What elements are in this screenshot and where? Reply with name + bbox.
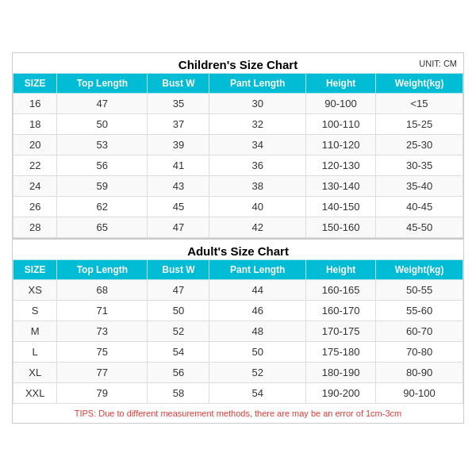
table-cell: 56 — [148, 363, 209, 383]
table-cell: 45-50 — [376, 217, 463, 238]
adult-section-title: Adult's Size Chart — [13, 238, 463, 259]
children-title-text: Children's Size Chart — [178, 58, 298, 71]
table-cell: 65 — [57, 217, 148, 238]
table-cell: 48 — [209, 321, 306, 342]
children-section-title: Children's Size Chart UNIT: CM — [13, 53, 463, 73]
table-cell: 80-90 — [376, 363, 463, 383]
tips-text: TIPS: Due to different measurement metho… — [13, 404, 463, 423]
table-cell: 40 — [209, 197, 306, 217]
table-cell: 79 — [57, 383, 148, 404]
table-cell: 70-80 — [376, 342, 463, 363]
chart-container: Children's Size Chart UNIT: CM SIZE Top … — [12, 52, 464, 424]
table-cell: 36 — [209, 155, 306, 176]
table-cell: 50 — [148, 301, 209, 321]
table-row: 26624540140-15040-45 — [13, 197, 463, 217]
table-cell: 39 — [148, 135, 209, 155]
table-cell: 47 — [148, 280, 209, 301]
table-cell: 52 — [148, 321, 209, 342]
table-cell: 45 — [148, 197, 209, 217]
col-header-bust-w: Bust W — [148, 74, 209, 94]
table-cell: 55-60 — [376, 301, 463, 321]
table-cell: 73 — [57, 321, 148, 342]
adult-table: SIZE Top Length Bust W Pant Length Heigh… — [13, 259, 463, 404]
table-cell: S — [13, 301, 57, 321]
table-cell: 50-55 — [376, 280, 463, 301]
table-cell: 90-100 — [306, 94, 376, 114]
table-cell: 42 — [209, 217, 306, 238]
table-cell: 56 — [57, 155, 148, 176]
table-row: L755450175-18070-80 — [13, 342, 463, 363]
table-cell: 50 — [57, 114, 148, 135]
table-cell: 58 — [148, 383, 209, 404]
table-cell: 100-110 — [306, 114, 376, 135]
table-row: 1647353090-100<15 — [13, 94, 463, 114]
table-cell: 24 — [13, 176, 57, 197]
table-cell: 28 — [13, 217, 57, 238]
table-cell: 53 — [57, 135, 148, 155]
children-table: SIZE Top Length Bust W Pant Length Heigh… — [13, 73, 463, 238]
adult-header-row: SIZE Top Length Bust W Pant Length Heigh… — [13, 260, 463, 280]
table-cell: 35-40 — [376, 176, 463, 197]
table-cell: 16 — [13, 94, 57, 114]
table-cell: 110-120 — [306, 135, 376, 155]
table-cell: 18 — [13, 114, 57, 135]
adult-col-header-weight: Weight(kg) — [376, 260, 463, 280]
table-row: XL775652180-19080-90 — [13, 363, 463, 383]
table-row: S715046160-17055-60 — [13, 301, 463, 321]
adult-col-header-top-length: Top Length — [57, 260, 148, 280]
table-cell: 52 — [209, 363, 306, 383]
table-cell: 40-45 — [376, 197, 463, 217]
adult-col-header-pant-length: Pant Length — [209, 260, 306, 280]
table-cell: 47 — [57, 94, 148, 114]
table-cell: 175-180 — [306, 342, 376, 363]
table-cell: 60-70 — [376, 321, 463, 342]
table-cell: 77 — [57, 363, 148, 383]
table-row: XXL795854190-20090-100 — [13, 383, 463, 404]
col-header-height: Height — [306, 74, 376, 94]
table-cell: 140-150 — [306, 197, 376, 217]
table-cell: 120-130 — [306, 155, 376, 176]
table-cell: 30-35 — [376, 155, 463, 176]
table-cell: 46 — [209, 301, 306, 321]
table-cell: 160-170 — [306, 301, 376, 321]
table-row: 18503732100-11015-25 — [13, 114, 463, 135]
table-cell: XS — [13, 280, 57, 301]
col-header-weight: Weight(kg) — [376, 74, 463, 94]
table-cell: XL — [13, 363, 57, 383]
adult-col-header-size: SIZE — [13, 260, 57, 280]
table-cell: 59 — [57, 176, 148, 197]
unit-label: UNIT: CM — [419, 59, 457, 68]
table-cell: 44 — [209, 280, 306, 301]
table-cell: 75 — [57, 342, 148, 363]
table-cell: 160-165 — [306, 280, 376, 301]
table-cell: 170-175 — [306, 321, 376, 342]
table-row: 28654742150-16045-50 — [13, 217, 463, 238]
table-cell: 38 — [209, 176, 306, 197]
col-header-size: SIZE — [13, 74, 57, 94]
table-row: 24594338130-14035-40 — [13, 176, 463, 197]
table-cell: 68 — [57, 280, 148, 301]
table-cell: 41 — [148, 155, 209, 176]
adult-title-text: Adult's Size Chart — [187, 244, 289, 258]
table-cell: <15 — [376, 94, 463, 114]
table-cell: XXL — [13, 383, 57, 404]
col-header-pant-length: Pant Length — [209, 74, 306, 94]
children-tbody: 1647353090-100<1518503732100-11015-25205… — [13, 94, 463, 238]
adult-col-header-height: Height — [306, 260, 376, 280]
table-cell: 150-160 — [306, 217, 376, 238]
col-header-top-length: Top Length — [57, 74, 148, 94]
table-cell: 25-30 — [376, 135, 463, 155]
table-cell: 190-200 — [306, 383, 376, 404]
table-row: 20533934110-12025-30 — [13, 135, 463, 155]
adult-col-header-bust-w: Bust W — [148, 260, 209, 280]
adult-tbody: XS684744160-16550-55S715046160-17055-60M… — [13, 280, 463, 404]
table-cell: 20 — [13, 135, 57, 155]
table-cell: 130-140 — [306, 176, 376, 197]
table-cell: 71 — [57, 301, 148, 321]
table-cell: 54 — [209, 383, 306, 404]
table-cell: 32 — [209, 114, 306, 135]
table-cell: 43 — [148, 176, 209, 197]
table-cell: 35 — [148, 94, 209, 114]
table-cell: 50 — [209, 342, 306, 363]
table-cell: 54 — [148, 342, 209, 363]
